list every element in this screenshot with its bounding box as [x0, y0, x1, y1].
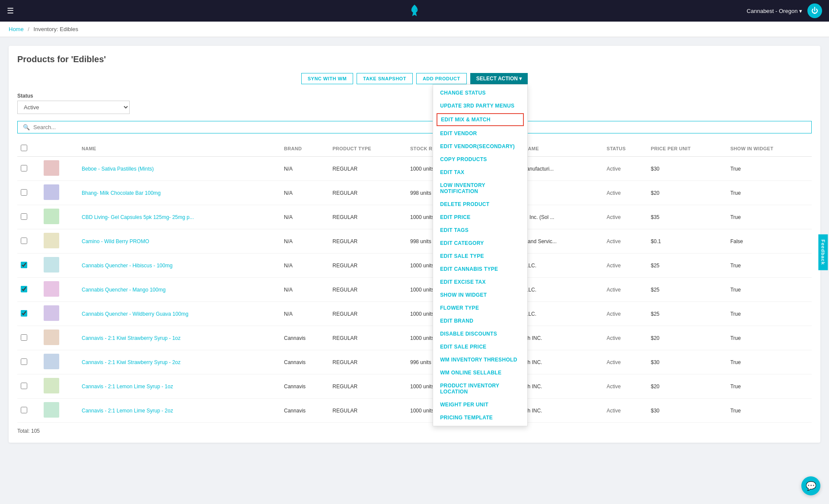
product-name-link[interactable]: CBD Living- Gel Capsules 5pk 125mg- 25mg… — [82, 214, 194, 220]
select-action-dropdown: SELECT ACTION ▾ CHANGE STATUSUPDATE 3RD … — [470, 73, 528, 84]
product-type: REGULAR — [329, 350, 407, 374]
row-checkbox[interactable] — [21, 189, 27, 196]
row-checkbox[interactable] — [21, 286, 27, 292]
menu-item-edit-sale-type[interactable]: EDIT SALE TYPE — [433, 250, 527, 263]
product-image — [44, 354, 59, 369]
col-img — [40, 140, 78, 157]
menu-item-weight-per-unit[interactable]: WEIGHT PER UNIT — [433, 398, 527, 411]
menu-item-edit-vendor-secondary[interactable]: EDIT VENDOR(SECONDARY) — [433, 140, 527, 153]
row-checkbox[interactable] — [21, 407, 27, 413]
add-product-button[interactable]: ADD PRODUCT — [416, 73, 467, 84]
menu-item-edit-price[interactable]: EDIT PRICE — [433, 211, 527, 224]
price-per-unit: $25 — [647, 278, 727, 302]
table-row: Beboe - Sativa Pastilles (Mints)N/AREGUL… — [17, 157, 812, 181]
product-name-link[interactable]: Cannabis Quencher - Hibiscus - 100mg — [82, 263, 172, 269]
show-in-widget: True — [727, 205, 812, 229]
status-badge: Active — [603, 399, 647, 423]
search-input[interactable] — [33, 124, 806, 130]
row-checkbox[interactable] — [21, 334, 27, 341]
menu-item-copy-products[interactable]: COPY PRODUCTS — [433, 153, 527, 166]
product-name-link[interactable]: Bhang- Milk Chocolate Bar 100mg — [82, 190, 161, 196]
menu-item-edit-tags[interactable]: EDIT TAGS — [433, 224, 527, 237]
row-checkbox[interactable] — [21, 358, 27, 365]
product-name-link[interactable]: Cannabis Quencher - Wildberry Guava 100m… — [82, 311, 188, 317]
table-footer: Total: 105 — [17, 428, 812, 434]
menu-item-product-inventory-location[interactable]: PRODUCT INVENTORY LOCATION — [433, 379, 527, 398]
menu-item-edit-category[interactable]: EDIT CATEGORY — [433, 237, 527, 250]
menu-item-edit-cannabis-type[interactable]: EDIT CANNABIS TYPE — [433, 263, 527, 276]
menu-item-show-in-widget[interactable]: SHOW IN WIDGET — [433, 288, 527, 301]
product-name-link[interactable]: Cannavis - 2:1 Kiwi Strawberry Syrup - 1… — [82, 335, 181, 341]
menu-item-edit-brand[interactable]: EDIT BRAND — [433, 314, 527, 327]
product-type: REGULAR — [329, 278, 407, 302]
menu-item-wm-inventory-threshold[interactable]: WM INVENTORY THRESHOLD — [433, 353, 527, 366]
col-widget: SHOW IN WIDGET — [727, 140, 812, 157]
table-row: Camino - Wild Berry PROMON/AREGULAR998 u… — [17, 229, 812, 254]
select-action-button[interactable]: SELECT ACTION ▾ — [470, 73, 528, 84]
menu-item-change-status[interactable]: CHANGE STATUS — [433, 86, 527, 99]
power-button[interactable]: ⏻ — [807, 3, 822, 18]
product-brand: Cannavis — [281, 350, 329, 374]
select-all-checkbox[interactable] — [21, 145, 27, 151]
product-name-link[interactable]: Camino - Wild Berry PROMO — [82, 238, 149, 244]
status-badge: Active — [603, 374, 647, 399]
price-per-unit: $30 — [647, 350, 727, 374]
menu-item-delete-product[interactable]: DELETE PRODUCT — [433, 198, 527, 211]
product-name-link[interactable]: Beboe - Sativa Pastilles (Mints) — [82, 166, 154, 172]
product-image — [44, 305, 59, 321]
products-card: Products for 'Edibles' SYNC WITH WM TAKE… — [9, 46, 820, 443]
table-row: Cannabis Quencher - Mango 100mgN/AREGULA… — [17, 278, 812, 302]
menu-item-update-3rd-party[interactable]: UPDATE 3RD PARTY MENUS — [433, 99, 527, 112]
col-brand: BRAND — [281, 140, 329, 157]
nav-right: Cannabest - Oregon ▾ ⏻ — [747, 3, 822, 18]
menu-item-flower-type[interactable]: FLOWER TYPE — [433, 301, 527, 314]
product-image — [44, 257, 59, 273]
product-name-link[interactable]: Cannavis - 2:1 Lemon Lime Syrup - 2oz — [82, 408, 173, 414]
product-type: REGULAR — [329, 302, 407, 326]
page-title: Products for 'Edibles' — [17, 54, 812, 64]
row-checkbox[interactable] — [21, 165, 27, 171]
table-row: Cannabis Quencher - Wildberry Guava 100m… — [17, 302, 812, 326]
snapshot-button[interactable]: TAKE SNAPSHOT — [357, 73, 413, 84]
feedback-tab[interactable]: Feedback — [819, 234, 828, 270]
product-table: NAME BRAND PRODUCT TYPE STOCK REMAINING … — [17, 140, 812, 423]
row-checkbox[interactable] — [21, 383, 27, 389]
status-badge: Active — [603, 278, 647, 302]
breadcrumb-home[interactable]: Home — [9, 26, 24, 32]
toolbar: SYNC WITH WM TAKE SNAPSHOT ADD PRODUCT S… — [17, 73, 812, 84]
table-row: CBD Living- Gel Capsules 5pk 125mg- 25mg… — [17, 205, 812, 229]
row-checkbox[interactable] — [21, 310, 27, 317]
menu-item-disable-discounts[interactable]: DISABLE DISCOUNTS — [433, 327, 527, 340]
product-brand: N/A — [281, 254, 329, 278]
filters-row: Status Active Inactive All — [17, 93, 812, 114]
menu-item-edit-excise-tax[interactable]: EDIT EXCISE TAX — [433, 276, 527, 288]
product-type: REGULAR — [329, 254, 407, 278]
row-checkbox[interactable] — [21, 238, 27, 244]
product-name-link[interactable]: Cannabis Quencher - Mango 100mg — [82, 287, 166, 293]
menu-icon[interactable]: ☰ — [7, 6, 14, 16]
menu-item-edit-sale-price[interactable]: EDIT SALE PRICE — [433, 340, 527, 353]
menu-item-edit-tax[interactable]: EDIT TAX — [433, 166, 527, 179]
store-selector[interactable]: Cannabest - Oregon ▾ — [747, 8, 802, 14]
menu-item-wm-online-sellable[interactable]: WM ONLINE SELLABLE — [433, 366, 527, 379]
menu-item-edit-vendor[interactable]: EDIT VENDOR — [433, 127, 527, 140]
product-image — [44, 160, 59, 176]
col-name: NAME — [78, 140, 281, 157]
product-image — [44, 330, 59, 345]
product-name-link[interactable]: Cannavis - 2:1 Lemon Lime Syrup - 1oz — [82, 384, 173, 390]
sync-button[interactable]: SYNC WITH WM — [301, 73, 353, 84]
product-brand: N/A — [281, 157, 329, 181]
menu-item-low-inventory[interactable]: LOW INVENTORY NOTIFICATION — [433, 179, 527, 198]
menu-item-pricing-template[interactable]: PRICING TEMPLATE — [433, 411, 527, 424]
product-brand: N/A — [281, 181, 329, 205]
product-name-link[interactable]: Cannavis - 2:1 Kiwi Strawberry Syrup - 2… — [82, 359, 181, 365]
table-row: Bhang- Milk Chocolate Bar 100mgN/AREGULA… — [17, 181, 812, 205]
menu-item-edit-mix-match[interactable]: EDIT MIX & MATCH — [437, 113, 524, 126]
product-image — [44, 209, 59, 224]
row-checkbox[interactable] — [21, 213, 27, 220]
show-in-widget: True — [727, 157, 812, 181]
show-in-widget: True — [727, 350, 812, 374]
status-select[interactable]: Active Inactive All — [17, 101, 130, 114]
row-checkbox[interactable] — [21, 262, 27, 268]
status-badge: Active — [603, 205, 647, 229]
